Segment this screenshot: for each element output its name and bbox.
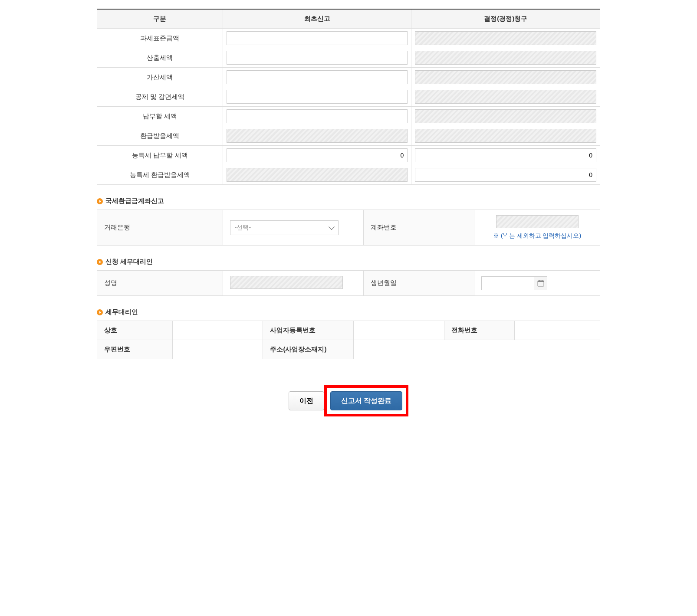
phone-value	[514, 321, 600, 340]
rural-refund-initial-input[interactable]	[227, 168, 408, 182]
tax-base-initial-input[interactable]	[227, 31, 408, 45]
account-label: 계좌번호	[364, 210, 474, 246]
bullet-icon	[97, 198, 103, 204]
header-category: 구분	[97, 9, 223, 29]
bank-select[interactable]: -선택-	[230, 220, 339, 235]
section-title: 신청 세무대리인	[105, 258, 153, 266]
row-label: 환급받을세액	[97, 126, 223, 146]
bullet-icon	[97, 309, 103, 315]
additional-tax-revised-input[interactable]	[415, 70, 596, 84]
row-label: 납부할 세액	[97, 107, 223, 126]
section-title: 국세환급금계좌신고	[105, 197, 164, 205]
table-row: 농특세 환급받을세액	[97, 165, 600, 185]
calculated-tax-initial-input[interactable]	[227, 51, 408, 65]
table-row: 환급받을세액	[97, 126, 600, 146]
complete-report-button[interactable]: 신고서 작성완료	[330, 391, 402, 410]
header-revised: 결정(경정)청구	[411, 9, 600, 29]
bank-select-placeholder: -선택-	[235, 224, 251, 232]
refund-account-table: 거래은행 -선택- 계좌번호 ※ ('-' 는 제외하고 입력하십시오)	[97, 210, 600, 246]
dob-date-input[interactable]	[481, 276, 547, 290]
name-label: 성명	[97, 271, 223, 296]
rural-tax-due-initial-input[interactable]	[227, 148, 408, 162]
table-row: 납부할 세액	[97, 107, 600, 126]
refund-revised-input[interactable]	[415, 129, 596, 143]
bullet-icon	[97, 259, 103, 265]
section-heading-applicant-agent: 신청 세무대리인	[97, 258, 600, 266]
section-heading-tax-agent: 세무대리인	[97, 308, 600, 316]
calendar-icon	[537, 280, 544, 287]
header-initial: 최초신고	[223, 9, 411, 29]
tax-due-initial-input[interactable]	[227, 109, 408, 123]
svg-rect-2	[539, 280, 540, 282]
button-row: 이전 신고서 작성완료	[97, 385, 600, 416]
tax-due-revised-input[interactable]	[415, 109, 596, 123]
company-label: 상호	[97, 321, 173, 340]
table-row: 가산세액	[97, 68, 600, 87]
additional-tax-initial-input[interactable]	[227, 70, 408, 84]
account-note: ※ ('-' 는 제외하고 입력하십시오)	[481, 232, 593, 240]
svg-rect-3	[542, 280, 542, 282]
dob-label: 생년월일	[364, 271, 474, 296]
row-label: 공제 및 감면세액	[97, 87, 223, 107]
table-row: 산출세액	[97, 48, 600, 68]
agent-name-input[interactable]	[230, 276, 343, 289]
section-title: 세무대리인	[105, 308, 138, 316]
company-value	[172, 321, 263, 340]
table-row: 과세표준금액	[97, 29, 600, 48]
row-label: 산출세액	[97, 48, 223, 68]
refund-initial-input[interactable]	[227, 129, 408, 143]
bank-label: 거래은행	[97, 210, 223, 246]
row-label: 농특세 납부할 세액	[97, 146, 223, 165]
address-label: 주소(사업장소재지)	[263, 340, 354, 359]
regno-label: 사업자등록번호	[263, 321, 354, 340]
dob-text-field[interactable]	[482, 277, 534, 290]
regno-value	[354, 321, 444, 340]
account-number-input[interactable]	[496, 215, 579, 228]
calculated-tax-revised-input[interactable]	[415, 51, 596, 65]
row-label: 농특세 환급받을세액	[97, 165, 223, 185]
chevron-down-icon	[329, 223, 335, 229]
tax-comparison-table: 구분 최초신고 결정(경정)청구 과세표준금액 산출세액 가산세액 공제 및 감…	[97, 9, 600, 185]
deduction-revised-input[interactable]	[415, 90, 596, 104]
row-label: 과세표준금액	[97, 29, 223, 48]
table-row: 공제 및 감면세액	[97, 87, 600, 107]
tax-base-revised-input[interactable]	[415, 31, 596, 45]
svg-rect-1	[538, 281, 544, 282]
deduction-initial-input[interactable]	[227, 90, 408, 104]
section-heading-refund-account: 국세환급금계좌신고	[97, 197, 600, 205]
zip-value	[172, 340, 263, 359]
previous-button[interactable]: 이전	[289, 391, 324, 410]
calendar-button[interactable]	[534, 277, 547, 290]
rural-refund-revised-input[interactable]	[415, 168, 596, 182]
address-value	[354, 340, 600, 359]
phone-label: 전화번호	[444, 321, 514, 340]
complete-highlight: 신고서 작성완료	[324, 385, 408, 416]
row-label: 가산세액	[97, 68, 223, 87]
rural-tax-due-revised-input[interactable]	[415, 148, 596, 162]
table-row: 농특세 납부할 세액	[97, 146, 600, 165]
zip-label: 우편번호	[97, 340, 173, 359]
tax-agent-info-table: 상호 사업자등록번호 전화번호 우편번호 주소(사업장소재지)	[97, 321, 600, 359]
applicant-agent-table: 성명 생년월일	[97, 270, 600, 296]
